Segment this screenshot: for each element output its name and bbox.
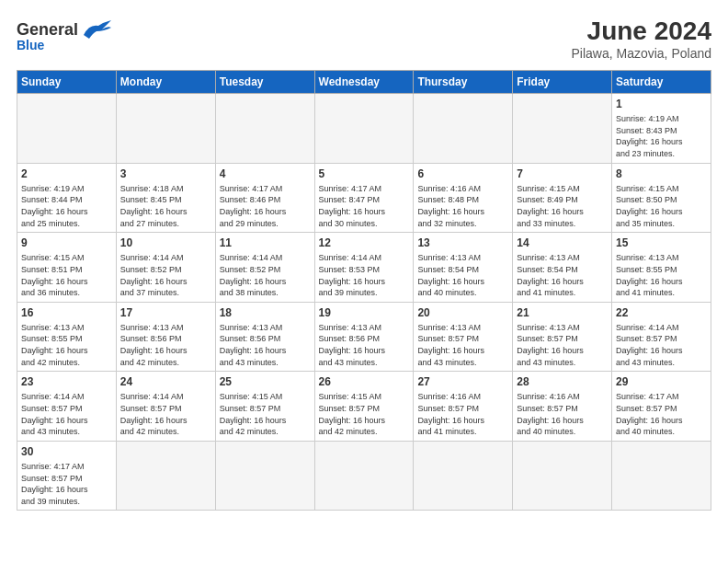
day-info: Sunrise: 4:19 AM Sunset: 8:43 PM Dayligh… bbox=[616, 113, 707, 159]
day-number: 19 bbox=[319, 305, 410, 320]
day-number: 2 bbox=[21, 167, 112, 181]
calendar-header-cell: Friday bbox=[513, 71, 612, 94]
month-year-title: June 2024 bbox=[571, 17, 711, 46]
day-info: Sunrise: 4:14 AM Sunset: 8:57 PM Dayligh… bbox=[21, 391, 112, 437]
calendar-day-cell: 22Sunrise: 4:14 AM Sunset: 8:57 PM Dayli… bbox=[612, 302, 711, 372]
calendar-day-cell: 8Sunrise: 4:15 AM Sunset: 8:50 PM Daylig… bbox=[612, 163, 711, 233]
day-info: Sunrise: 4:16 AM Sunset: 8:48 PM Dayligh… bbox=[417, 183, 508, 229]
calendar-day-cell bbox=[116, 441, 215, 511]
calendar-day-cell: 3Sunrise: 4:18 AM Sunset: 8:45 PM Daylig… bbox=[116, 163, 215, 233]
calendar-day-cell bbox=[17, 94, 117, 164]
calendar-day-cell: 25Sunrise: 4:15 AM Sunset: 8:57 PM Dayli… bbox=[215, 372, 314, 442]
day-info: Sunrise: 4:14 AM Sunset: 8:57 PM Dayligh… bbox=[616, 322, 707, 368]
page: General Blue June 2024 Pilawa, Mazovia, … bbox=[0, 0, 728, 563]
calendar-day-cell: 13Sunrise: 4:13 AM Sunset: 8:54 PM Dayli… bbox=[414, 233, 513, 303]
logo: General Blue bbox=[17, 17, 113, 52]
calendar-header-cell: Monday bbox=[116, 71, 215, 94]
calendar-header-cell: Sunday bbox=[17, 71, 117, 94]
day-info: Sunrise: 4:13 AM Sunset: 8:56 PM Dayligh… bbox=[319, 322, 410, 368]
calendar-day-cell bbox=[612, 441, 711, 511]
day-number: 18 bbox=[220, 305, 311, 320]
logo-text-general: General bbox=[17, 21, 78, 38]
day-number: 27 bbox=[417, 374, 508, 389]
day-info: Sunrise: 4:13 AM Sunset: 8:55 PM Dayligh… bbox=[21, 322, 112, 368]
calendar-day-cell bbox=[414, 441, 513, 511]
title-block: June 2024 Pilawa, Mazovia, Poland bbox=[571, 17, 711, 61]
calendar-day-cell: 14Sunrise: 4:13 AM Sunset: 8:54 PM Dayli… bbox=[513, 233, 612, 303]
day-number: 11 bbox=[220, 236, 311, 250]
day-info: Sunrise: 4:14 AM Sunset: 8:52 PM Dayligh… bbox=[120, 252, 211, 298]
calendar-day-cell: 21Sunrise: 4:13 AM Sunset: 8:57 PM Dayli… bbox=[513, 302, 612, 372]
calendar-body: 1Sunrise: 4:19 AM Sunset: 8:43 PM Daylig… bbox=[17, 94, 711, 511]
calendar-header-cell: Tuesday bbox=[215, 71, 314, 94]
day-info: Sunrise: 4:13 AM Sunset: 8:56 PM Dayligh… bbox=[220, 322, 311, 368]
day-number: 4 bbox=[220, 167, 311, 181]
day-info: Sunrise: 4:18 AM Sunset: 8:45 PM Dayligh… bbox=[120, 183, 211, 229]
calendar-day-cell: 20Sunrise: 4:13 AM Sunset: 8:57 PM Dayli… bbox=[414, 302, 513, 372]
day-number: 22 bbox=[616, 305, 707, 320]
day-info: Sunrise: 4:19 AM Sunset: 8:44 PM Dayligh… bbox=[21, 183, 112, 229]
day-number: 8 bbox=[616, 167, 707, 181]
calendar-day-cell bbox=[414, 94, 513, 164]
day-number: 20 bbox=[417, 305, 508, 320]
day-number: 10 bbox=[120, 236, 211, 250]
header: General Blue June 2024 Pilawa, Mazovia, … bbox=[17, 17, 711, 61]
day-number: 25 bbox=[220, 374, 311, 389]
calendar-header-cell: Thursday bbox=[414, 71, 513, 94]
day-info: Sunrise: 4:13 AM Sunset: 8:57 PM Dayligh… bbox=[417, 322, 508, 368]
calendar-week-row: 23Sunrise: 4:14 AM Sunset: 8:57 PM Dayli… bbox=[17, 372, 711, 442]
day-number: 17 bbox=[120, 305, 211, 320]
calendar-week-row: 9Sunrise: 4:15 AM Sunset: 8:51 PM Daylig… bbox=[17, 233, 711, 303]
calendar-day-cell bbox=[215, 94, 314, 164]
day-number: 6 bbox=[417, 167, 508, 181]
calendar-day-cell bbox=[314, 441, 414, 511]
day-info: Sunrise: 4:15 AM Sunset: 8:51 PM Dayligh… bbox=[21, 252, 112, 298]
calendar-day-cell: 12Sunrise: 4:14 AM Sunset: 8:53 PM Dayli… bbox=[314, 233, 414, 303]
calendar-week-row: 2Sunrise: 4:19 AM Sunset: 8:44 PM Daylig… bbox=[17, 163, 711, 233]
day-number: 7 bbox=[517, 167, 608, 181]
calendar-day-cell: 11Sunrise: 4:14 AM Sunset: 8:52 PM Dayli… bbox=[215, 233, 314, 303]
calendar-day-cell: 16Sunrise: 4:13 AM Sunset: 8:55 PM Dayli… bbox=[17, 302, 117, 372]
day-number: 1 bbox=[616, 97, 707, 111]
calendar-day-cell bbox=[116, 94, 215, 164]
day-info: Sunrise: 4:14 AM Sunset: 8:53 PM Dayligh… bbox=[319, 252, 410, 298]
calendar-day-cell bbox=[513, 94, 612, 164]
calendar-header-cell: Wednesday bbox=[314, 71, 414, 94]
calendar-day-cell: 18Sunrise: 4:13 AM Sunset: 8:56 PM Dayli… bbox=[215, 302, 314, 372]
calendar-table: SundayMondayTuesdayWednesdayThursdayFrid… bbox=[17, 70, 711, 511]
day-info: Sunrise: 4:17 AM Sunset: 8:57 PM Dayligh… bbox=[616, 391, 707, 437]
day-info: Sunrise: 4:17 AM Sunset: 8:47 PM Dayligh… bbox=[319, 183, 410, 229]
day-number: 28 bbox=[517, 374, 608, 389]
day-info: Sunrise: 4:13 AM Sunset: 8:55 PM Dayligh… bbox=[616, 252, 707, 298]
calendar-day-cell: 30Sunrise: 4:17 AM Sunset: 8:57 PM Dayli… bbox=[17, 441, 117, 511]
calendar-day-cell: 28Sunrise: 4:16 AM Sunset: 8:57 PM Dayli… bbox=[513, 372, 612, 442]
calendar-day-cell bbox=[513, 441, 612, 511]
calendar-header-cell: Saturday bbox=[612, 71, 711, 94]
day-number: 13 bbox=[417, 236, 508, 250]
calendar-day-cell: 1Sunrise: 4:19 AM Sunset: 8:43 PM Daylig… bbox=[612, 94, 711, 164]
day-number: 30 bbox=[21, 444, 112, 459]
day-number: 24 bbox=[120, 374, 211, 389]
calendar-day-cell: 27Sunrise: 4:16 AM Sunset: 8:57 PM Dayli… bbox=[414, 372, 513, 442]
day-number: 16 bbox=[21, 305, 112, 320]
day-number: 5 bbox=[319, 167, 410, 181]
day-info: Sunrise: 4:13 AM Sunset: 8:54 PM Dayligh… bbox=[517, 252, 608, 298]
day-info: Sunrise: 4:15 AM Sunset: 8:50 PM Dayligh… bbox=[616, 183, 707, 229]
calendar-week-row: 30Sunrise: 4:17 AM Sunset: 8:57 PM Dayli… bbox=[17, 441, 711, 511]
logo-text-blue: Blue bbox=[17, 39, 44, 52]
calendar-day-cell: 10Sunrise: 4:14 AM Sunset: 8:52 PM Dayli… bbox=[116, 233, 215, 303]
calendar-day-cell bbox=[314, 94, 414, 164]
calendar-day-cell: 5Sunrise: 4:17 AM Sunset: 8:47 PM Daylig… bbox=[314, 163, 414, 233]
calendar-week-row: 16Sunrise: 4:13 AM Sunset: 8:55 PM Dayli… bbox=[17, 302, 711, 372]
calendar-day-cell: 15Sunrise: 4:13 AM Sunset: 8:55 PM Dayli… bbox=[612, 233, 711, 303]
calendar-day-cell: 17Sunrise: 4:13 AM Sunset: 8:56 PM Dayli… bbox=[116, 302, 215, 372]
calendar-day-cell: 26Sunrise: 4:15 AM Sunset: 8:57 PM Dayli… bbox=[314, 372, 414, 442]
day-number: 9 bbox=[21, 236, 112, 250]
calendar-day-cell: 6Sunrise: 4:16 AM Sunset: 8:48 PM Daylig… bbox=[414, 163, 513, 233]
day-info: Sunrise: 4:14 AM Sunset: 8:57 PM Dayligh… bbox=[120, 391, 211, 437]
day-number: 14 bbox=[517, 236, 608, 250]
day-info: Sunrise: 4:13 AM Sunset: 8:56 PM Dayligh… bbox=[120, 322, 211, 368]
day-number: 26 bbox=[319, 374, 410, 389]
day-info: Sunrise: 4:13 AM Sunset: 8:57 PM Dayligh… bbox=[517, 322, 608, 368]
logo-bird-icon bbox=[80, 17, 113, 42]
